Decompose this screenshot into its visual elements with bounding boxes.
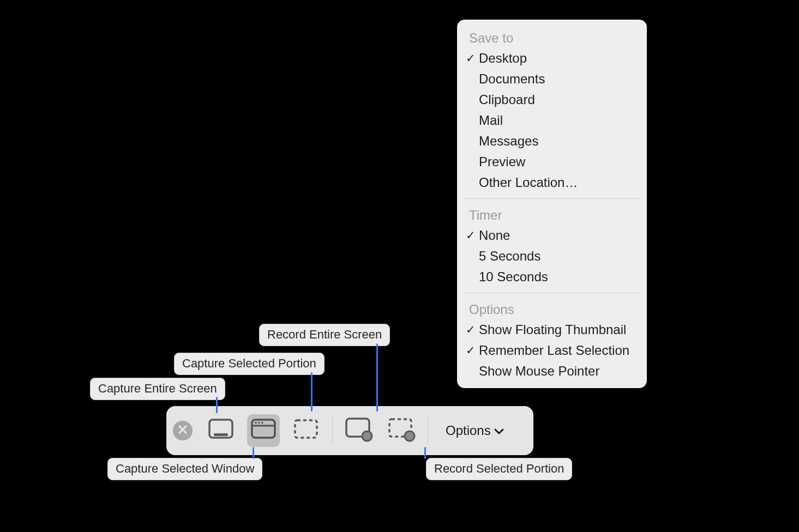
menu-item-label: Other Location… [479,175,578,190]
menu-item-label: Remember Last Selection [479,343,629,358]
menu-item-label: Desktop [479,51,527,66]
options-button[interactable]: Options [438,419,512,443]
svg-point-13 [405,431,414,441]
tooltip-capture-selected-window: Capture Selected Window [107,458,262,480]
close-button[interactable] [173,421,193,440]
options-label: Options [446,423,491,438]
menu-item-label: Documents [479,71,545,87]
tooltip-capture-selected-portion: Capture Selected Portion [174,353,325,375]
menu-item-mail[interactable]: Mail [457,110,647,131]
menu-item-label: Mail [479,113,503,128]
menu-item-label: Show Floating Thumbnail [479,322,626,337]
selection-icon [293,418,319,443]
tooltip-record-selected-portion: Record Selected Portion [426,458,572,480]
svg-point-7 [258,422,260,424]
svg-point-8 [261,422,263,424]
window-icon [250,418,277,443]
svg-rect-9 [295,420,317,438]
menu-item-timer-10s[interactable]: 10 Seconds [457,267,647,287]
menu-item-label: 10 Seconds [479,269,548,285]
checkmark-icon: ✓ [462,229,479,242]
chevron-down-icon [494,423,504,438]
screenshot-toolbar: Options [166,406,533,455]
menu-divider [465,198,639,199]
capture-selected-window-button[interactable] [247,414,280,447]
tooltip-leader [376,343,378,412]
menu-item-timer-5s[interactable]: 5 Seconds [457,246,647,267]
menu-item-show-mouse-pointer[interactable]: Show Mouse Pointer [457,361,647,382]
menu-item-show-floating-thumbnail[interactable]: ✓ Show Floating Thumbnail [457,319,647,340]
toolbar-separator [428,416,428,445]
menu-item-label: 5 Seconds [479,249,540,264]
menu-header-options: Options [457,299,647,319]
record-selected-portion-button[interactable] [385,414,418,447]
checkmark-icon: ✓ [462,344,479,357]
menu-item-label: Messages [479,134,538,149]
menu-item-label: Show Mouse Pointer [479,364,599,379]
menu-item-label: None [479,228,510,243]
toolbar-separator [332,416,333,445]
menu-header-save-to: Save to [457,27,647,48]
tooltip-capture-entire-screen: Capture Entire Screen [90,378,225,400]
menu-item-desktop[interactable]: ✓ Desktop [457,48,647,69]
menu-item-label: Preview [479,154,525,170]
tooltip-record-entire-screen: Record Entire Screen [259,324,390,346]
menu-item-remember-last-selection[interactable]: ✓ Remember Last Selection [457,340,647,361]
capture-selected-portion-button[interactable] [290,414,322,447]
menu-item-preview[interactable]: Preview [457,152,647,172]
menu-header-timer: Timer [457,204,647,225]
menu-item-messages[interactable]: Messages [457,131,647,152]
menu-item-label: Clipboard [479,92,535,107]
svg-rect-3 [214,433,228,436]
record-entire-screen-button[interactable] [343,414,375,447]
screen-icon [208,418,234,443]
menu-item-documents[interactable]: Documents [457,69,647,89]
svg-point-11 [362,431,372,441]
svg-point-6 [255,422,257,424]
tooltip-leader [424,447,426,459]
menu-divider [465,293,639,293]
menu-item-other-location[interactable]: Other Location… [457,172,647,193]
tooltip-leader [253,447,254,459]
record-screen-icon [345,417,373,444]
options-menu: Save to ✓ Desktop Documents Clipboard Ma… [457,20,647,388]
menu-item-timer-none[interactable]: ✓ None [457,225,647,246]
close-icon [178,425,187,436]
record-selection-icon [387,417,416,444]
menu-item-clipboard[interactable]: Clipboard [457,89,647,110]
checkmark-icon: ✓ [462,323,479,336]
tooltip-leader [216,397,218,413]
capture-entire-screen-button[interactable] [205,414,237,447]
checkmark-icon: ✓ [462,52,479,65]
tooltip-leader [311,372,313,412]
